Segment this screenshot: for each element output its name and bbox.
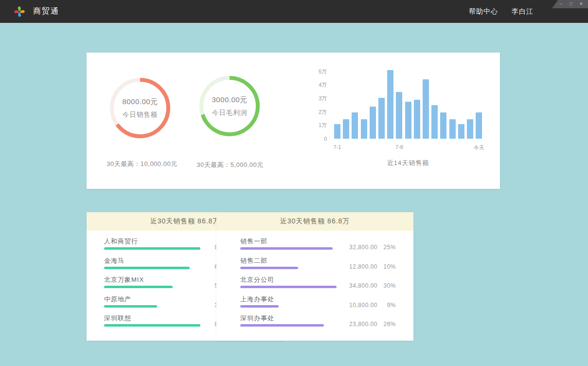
- today-profit-value: 3000.00元: [212, 95, 247, 105]
- row-label: 中原地产: [104, 295, 131, 303]
- row-values: 10,800.009%: [349, 301, 396, 309]
- profit-30d-max-note: 30天最高：5,000.00元: [174, 161, 286, 169]
- row-values: 32,800.0025%: [349, 243, 396, 251]
- bar: [352, 112, 358, 139]
- titlebar: 商贸通 帮助中心 李白江 – □ ✕: [0, 0, 588, 23]
- bar-chart-title: 近14天销售额: [334, 159, 482, 167]
- bar: [378, 98, 385, 139]
- row-label: 金海马: [104, 257, 125, 265]
- bar: [343, 119, 349, 139]
- row-progress-bar: [240, 267, 298, 269]
- bar: [361, 119, 367, 139]
- today-sales-label: 今日销售额: [123, 110, 158, 119]
- today-profit-label: 今日毛利润: [212, 109, 248, 117]
- bar: [334, 124, 340, 139]
- main-area: 8000.00元 今日销售额 30天最高：10,000.00元 3000.00元…: [0, 23, 588, 366]
- row-progress-bar: [104, 286, 173, 288]
- today-profit-donut: 3000.00元 今日毛利润: [197, 73, 262, 139]
- departments-sales-card: 近30天销售额 86.8万 销售一部32,800.0025%销售二部12,800…: [216, 212, 413, 341]
- y-axis-tick: 3万: [311, 95, 327, 102]
- x-axis-tick: 7-8: [385, 144, 414, 150]
- row-percent: 26%: [377, 320, 396, 328]
- bar: [440, 112, 446, 139]
- bar: [423, 79, 429, 139]
- row-progress-bar: [104, 247, 200, 250]
- row-amount: 23,800.00: [349, 320, 377, 328]
- y-axis-tick: 2万: [311, 109, 327, 115]
- bar: [431, 105, 438, 139]
- row-values: 34,800.0030%: [349, 282, 396, 290]
- row-percent: 10%: [377, 263, 396, 271]
- row-label: 北京万象MIX: [104, 276, 144, 284]
- row-amount: 10,800.00: [349, 301, 377, 309]
- row-label: 深圳办事处: [240, 314, 274, 322]
- row-progress-bar: [240, 247, 333, 250]
- bar: [396, 92, 402, 139]
- row-amount: 34,800.00: [349, 282, 377, 290]
- row-progress-bar: [104, 267, 190, 269]
- row-percent: 30%: [377, 282, 396, 290]
- row-values: 23,800.0026%: [349, 320, 396, 328]
- row-label: 深圳联想: [104, 314, 131, 322]
- bar: [387, 70, 393, 139]
- x-axis-tick: 今天: [464, 144, 494, 151]
- bar: [467, 119, 473, 139]
- bar: [449, 119, 456, 139]
- bar: [370, 107, 376, 139]
- row-values: 12,800.0010%: [349, 263, 396, 271]
- bar: [458, 124, 464, 139]
- app-title: 商贸通: [33, 6, 59, 17]
- y-axis-tick: 0: [311, 135, 327, 142]
- username-menu[interactable]: 李白江: [512, 7, 534, 16]
- departments-rows: 销售一部32,800.0025%销售二部12,800.0010%北京分公司34,…: [216, 231, 413, 333]
- x-axis-tick: 7-1: [323, 144, 352, 150]
- maximize-icon[interactable]: □: [568, 0, 574, 8]
- pinwheel-logo-icon: [14, 6, 25, 18]
- row-label: 上海办事处: [240, 295, 274, 303]
- list-item: 深圳办事处23,800.0026%: [240, 314, 396, 333]
- today-sales-donut: 8000.00元 今日销售额: [107, 75, 173, 141]
- row-percent: 9%: [377, 301, 396, 309]
- list-item: 北京分公司34,800.0030%: [240, 275, 396, 295]
- row-label: 销售一部: [240, 238, 267, 245]
- list-item: 上海办事处10,800.009%: [240, 295, 396, 314]
- row-label: 北京分公司: [240, 276, 274, 284]
- close-icon[interactable]: ✕: [578, 0, 584, 8]
- row-progress-bar: [240, 305, 279, 308]
- list-item: 销售二部12,800.0010%: [240, 256, 396, 276]
- row-progress-bar: [104, 305, 157, 308]
- row-percent: 25%: [377, 243, 396, 251]
- y-axis-tick: 5万: [311, 68, 327, 75]
- departments-card-title: 近30天销售额 86.8万: [216, 212, 413, 231]
- row-amount: 32,800.00: [349, 243, 377, 251]
- bar: [476, 112, 482, 139]
- bar: [405, 102, 411, 139]
- row-amount: 12,800.00: [349, 263, 377, 271]
- window-controls: – □ ✕: [552, 0, 588, 8]
- row-progress-bar: [240, 324, 324, 327]
- sales-14d-bar-chart: 近14天销售额 01万2万3万4万5万7-17-8今天: [311, 53, 500, 189]
- y-axis-tick: 4万: [311, 81, 327, 88]
- bar: [414, 100, 420, 139]
- minimize-icon[interactable]: –: [558, 0, 564, 8]
- row-progress-bar: [240, 286, 337, 288]
- row-label: 人和商贸行: [104, 238, 138, 245]
- today-overview-card: 8000.00元 今日销售额 30天最高：10,000.00元 3000.00元…: [87, 53, 500, 189]
- list-item: 销售一部32,800.0025%: [240, 237, 396, 256]
- row-progress-bar: [104, 324, 200, 327]
- row-label: 销售二部: [240, 257, 267, 265]
- help-center-link[interactable]: 帮助中心: [469, 7, 498, 16]
- y-axis-tick: 1万: [311, 122, 327, 128]
- today-sales-value: 8000.00元: [122, 97, 158, 107]
